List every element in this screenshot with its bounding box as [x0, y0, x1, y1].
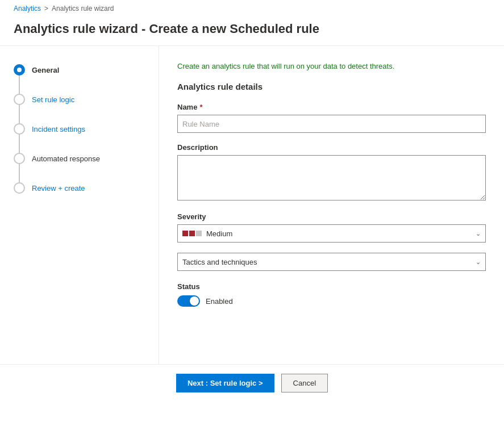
description-textarea[interactable]: [177, 155, 486, 200]
step-line-4: [19, 164, 20, 182]
severity-label: Severity: [177, 212, 486, 221]
severity-value: Medium: [206, 229, 232, 238]
step-circle-automated-response: [14, 153, 25, 164]
step-group-review-create: Review + create: [14, 182, 145, 194]
tactics-value: Tactics and techniques: [182, 258, 257, 266]
breadcrumb-wizard-label: Analytics rule wizard: [52, 5, 114, 12]
sidebar-item-review-create[interactable]: Review + create: [32, 182, 85, 194]
name-field-group: Name *: [177, 103, 486, 133]
severity-chevron-icon: ⌄: [476, 230, 481, 237]
step-circle-general: [14, 64, 25, 76]
description-field-group: Description: [177, 143, 486, 202]
toggle-knob: [190, 296, 199, 306]
sidebar-item-general[interactable]: General: [32, 64, 59, 76]
cancel-button[interactable]: Cancel: [281, 374, 328, 392]
description-label: Description: [177, 143, 486, 152]
section-title: Analytics rule details: [177, 82, 486, 91]
step-line-3: [19, 135, 20, 153]
name-input[interactable]: [177, 115, 486, 133]
severity-block-red2: [189, 231, 195, 236]
tactics-field-group: Tactics and techniques ⌄: [177, 253, 486, 271]
status-toggle[interactable]: [177, 295, 200, 307]
sidebar-item-set-rule-logic[interactable]: Set rule logic: [32, 94, 74, 106]
tactics-dropdown[interactable]: Tactics and techniques ⌄: [177, 253, 486, 271]
step-group-incident-settings: Incident settings: [14, 123, 145, 153]
step-circle-incident-settings: [14, 123, 25, 135]
name-label: Name *: [177, 103, 486, 111]
tactics-chevron-icon: ⌄: [476, 258, 481, 266]
step-line-1: [19, 76, 20, 94]
breadcrumb-separator: >: [44, 5, 48, 12]
status-label: Status: [177, 282, 486, 291]
status-enabled-text: Enabled: [206, 297, 233, 306]
step-group-general: General: [14, 64, 145, 94]
step-circle-set-rule-logic: [14, 94, 25, 105]
severity-block-gray: [196, 231, 202, 236]
intro-text: Create an analytics rule that will run o…: [177, 62, 486, 70]
step-circle-review-create: [14, 182, 25, 194]
required-indicator: *: [199, 103, 202, 111]
next-button[interactable]: Next : Set rule logic >: [176, 374, 274, 392]
breadcrumb-analytics-link[interactable]: Analytics: [14, 5, 41, 12]
wizard-footer: Next : Set rule logic > Cancel: [0, 364, 504, 402]
step-line-2: [19, 105, 20, 123]
severity-block-red: [182, 231, 188, 236]
page-title: Analytics rule wizard - Create a new Sch…: [0, 17, 504, 46]
step-group-set-rule-logic: Set rule logic: [14, 94, 145, 123]
step-group-automated-response: Automated response: [14, 153, 145, 182]
severity-field-group: Severity Medium ⌄: [177, 212, 486, 243]
sidebar-item-incident-settings[interactable]: Incident settings: [32, 123, 85, 135]
main-content: Create an analytics rule that will run o…: [159, 46, 504, 364]
severity-icon: [182, 231, 202, 236]
status-section: Status Enabled: [177, 282, 486, 307]
severity-dropdown[interactable]: Medium ⌄: [177, 224, 486, 243]
wizard-sidebar: General Set rule logic Incident settings: [0, 46, 159, 364]
breadcrumb: Analytics > Analytics rule wizard: [0, 0, 504, 17]
sidebar-item-automated-response: Automated response: [32, 153, 100, 165]
